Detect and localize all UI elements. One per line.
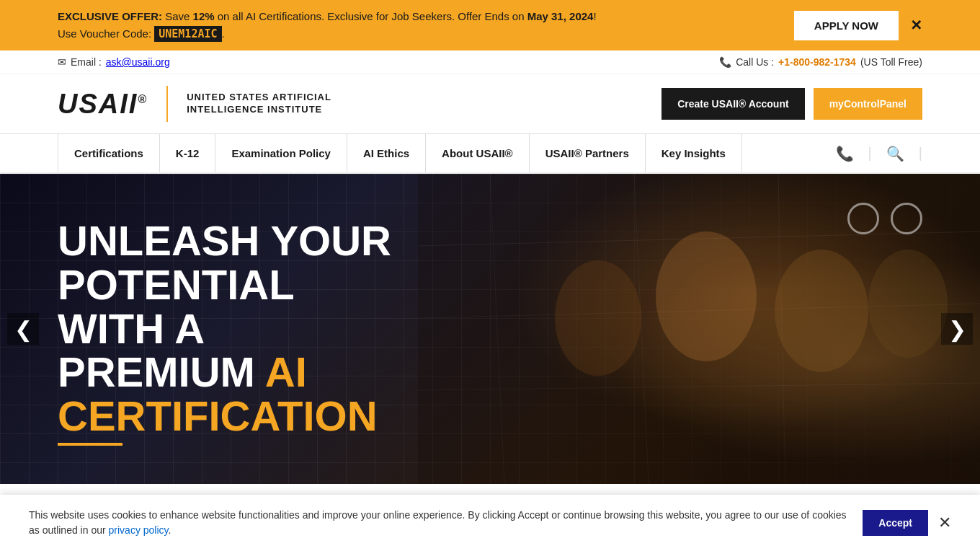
hero-dot-1: [847, 203, 879, 234]
banner-close-button[interactable]: ✕: [910, 17, 922, 34]
phone-icon: 📞: [719, 56, 731, 68]
phone-link[interactable]: +1-800-982-1734: [778, 56, 856, 68]
nav-link-k12[interactable]: K-12: [160, 134, 215, 172]
nav-links: Certifications K-12 Examination Policy A…: [58, 134, 742, 172]
banner-deadline-suffix: !: [593, 10, 596, 22]
hero-next-button[interactable]: ❯: [941, 313, 973, 345]
nav-link-about[interactable]: About USAII®: [426, 134, 529, 172]
hero-line2: POTENTIAL WITH A: [58, 261, 294, 352]
nav-link-certifications[interactable]: Certifications: [58, 134, 159, 172]
nav-item-about[interactable]: About USAII®: [426, 134, 530, 172]
phone-label: Call Us :: [736, 56, 774, 68]
banner-prefix: EXCLUSIVE OFFER:: [58, 10, 162, 22]
voucher-code: UNEM12AIC: [154, 26, 221, 42]
logo-subtitle: UNITED STATES ARTIFICIAL INTELLIGENCE IN…: [187, 92, 331, 116]
main-nav: Certifications K-12 Examination Policy A…: [0, 134, 980, 174]
hero-dot-2: [891, 203, 922, 234]
hero-line4-orange: CERTIFICATION: [58, 392, 378, 439]
hero-line3-orange: AI: [265, 348, 307, 395]
banner-deadline: May 31, 2024: [527, 10, 594, 22]
phone-suffix: (US Toll Free): [860, 56, 922, 68]
hero-dots: [847, 203, 922, 234]
hero-title: UNLEASH YOUR POTENTIAL WITH A PREMIUM AI…: [58, 219, 411, 438]
nav-icons: 📞 | 🔍 |: [836, 145, 922, 162]
hero-section: ❮ UNLEASH YOUR POTENTIAL WITH A PREMIUM …: [0, 174, 980, 484]
banner-right: APPLY NOW ✕: [794, 11, 922, 40]
nav-item-key-insights[interactable]: Key Insights: [646, 134, 742, 172]
svg-point-1: [555, 260, 641, 376]
header-buttons: Create USAII® Account myControlPanel: [662, 88, 922, 120]
nav-divider-1: |: [868, 145, 872, 162]
banner-save-text: Save: [165, 10, 192, 22]
hero-bottom-line: [58, 443, 122, 446]
banner-voucher-line: Use Voucher Code:: [58, 27, 154, 40]
logo-line2: INTELLIGENCE INSTITUTE: [187, 104, 331, 116]
svg-point-2: [656, 232, 757, 361]
my-control-panel-button[interactable]: myControlPanel: [814, 88, 922, 120]
nav-item-partners[interactable]: USAII® Partners: [530, 134, 646, 172]
top-banner: EXCLUSIVE OFFER: Save 12% on all AI Cert…: [0, 0, 980, 50]
logo-area: USAII® UNITED STATES ARTIFICIAL INTELLIG…: [58, 86, 331, 122]
nav-link-partners[interactable]: USAII® Partners: [530, 134, 645, 172]
nav-item-k12[interactable]: K-12: [160, 134, 216, 172]
email-icon: ✉: [58, 56, 66, 68]
nav-link-examination-policy[interactable]: Examination Policy: [215, 134, 347, 172]
banner-text: EXCLUSIVE OFFER: Save 12% on all AI Cert…: [58, 8, 597, 43]
nav-link-ai-ethics[interactable]: AI Ethics: [347, 134, 425, 172]
hero-content: UNLEASH YOUR POTENTIAL WITH A PREMIUM AI…: [0, 190, 468, 467]
banner-discount: 12%: [193, 10, 215, 22]
main-header: USAII® UNITED STATES ARTIFICIAL INTELLIG…: [0, 74, 980, 134]
nav-phone-button[interactable]: 📞: [836, 145, 854, 162]
apply-now-button[interactable]: APPLY NOW: [794, 11, 899, 40]
banner-suffix: on all AI Certifications. Exclusive for …: [215, 10, 527, 22]
hero-line3-white: PREMIUM: [58, 348, 265, 395]
contact-email: ✉ Email : ask@usaii.org: [58, 56, 170, 68]
hero-image-area: [418, 174, 980, 484]
email-link[interactable]: ask@usaii.org: [106, 56, 170, 68]
svg-point-3: [775, 250, 868, 372]
nav-link-key-insights[interactable]: Key Insights: [646, 134, 741, 172]
nav-item-certifications[interactable]: Certifications: [58, 134, 160, 172]
banner-voucher-suffix: .: [222, 27, 225, 40]
nav-search-button[interactable]: 🔍: [886, 145, 904, 162]
logo-line1: UNITED STATES ARTIFICIAL: [187, 92, 331, 104]
create-account-button[interactable]: Create USAII® Account: [662, 88, 805, 120]
contact-bar: ✉ Email : ask@usaii.org 📞 Call Us : +1-8…: [0, 50, 980, 74]
contact-phone: 📞 Call Us : +1-800-982-1734 (US Toll Fre…: [719, 56, 922, 68]
hero-line1: UNLEASH YOUR: [58, 217, 391, 264]
logo-divider: [166, 86, 168, 122]
nav-item-examination-policy[interactable]: Examination Policy: [215, 134, 347, 172]
nav-divider-2: |: [919, 145, 922, 162]
email-label: Email :: [71, 56, 102, 68]
svg-point-4: [868, 250, 948, 358]
nav-item-ai-ethics[interactable]: AI Ethics: [347, 134, 426, 172]
logo-usaii: USAII®: [58, 89, 148, 120]
